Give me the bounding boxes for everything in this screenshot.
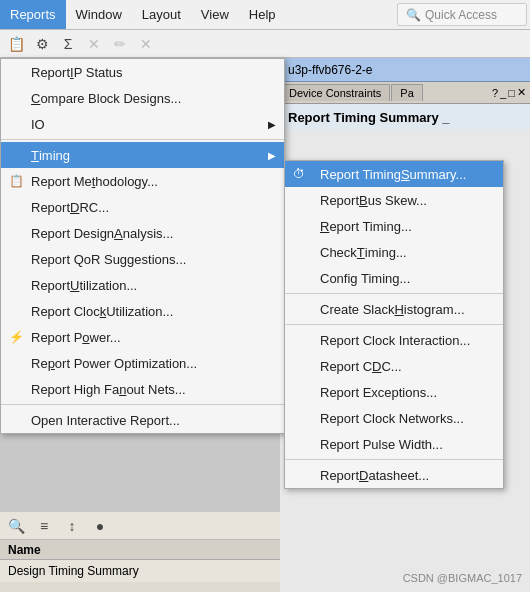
- toolbar-clipboard-btn[interactable]: 📋: [4, 33, 28, 55]
- report-timing-label: Report Timing Summary _: [280, 104, 530, 131]
- bottom-list-btn[interactable]: ≡: [32, 515, 56, 537]
- content-area: u3p-ffvb676-2-e Device Constraints Pa ? …: [0, 58, 530, 592]
- methodology-icon: 📋: [9, 174, 24, 188]
- bg-minimize-icon[interactable]: _: [500, 87, 506, 99]
- menu-item-report-utilization[interactable]: Report Utilization...: [1, 272, 284, 298]
- submenu-sep1: [285, 293, 503, 294]
- bg-close-icon[interactable]: ✕: [517, 86, 526, 99]
- submenu-report-exceptions[interactable]: Report Exceptions...: [285, 379, 503, 405]
- submenu-report-datasheet[interactable]: Report Datasheet...: [285, 462, 503, 488]
- timing-submenu: ⏱ Report Timing Summary... Report Bus Sk…: [284, 160, 504, 489]
- menu-view[interactable]: View: [191, 0, 239, 29]
- submenu-report-clock-interaction[interactable]: Report Clock Interaction...: [285, 327, 503, 353]
- menu-help[interactable]: Help: [239, 0, 286, 29]
- menu-window[interactable]: Window: [66, 0, 132, 29]
- menu-item-report-design-analysis[interactable]: Report Design Analysis...: [1, 220, 284, 246]
- tab-device-constraints[interactable]: Device Constraints: [280, 84, 390, 101]
- toolbar-edit-btn[interactable]: ✏: [108, 33, 132, 55]
- bottom-search-btn[interactable]: 🔍: [4, 515, 28, 537]
- separator1: [1, 139, 284, 140]
- menu-item-open-interactive-report[interactable]: Open Interactive Report...: [1, 407, 284, 433]
- submenu-report-timing-summary[interactable]: ⏱ Report Timing Summary...: [285, 161, 503, 187]
- tab-pa[interactable]: Pa: [391, 84, 422, 101]
- bottom-dot-btn[interactable]: ●: [88, 515, 112, 537]
- submenu-report-timing[interactable]: Report Timing...: [285, 213, 503, 239]
- submenu-report-pulse-width[interactable]: Report Pulse Width...: [285, 431, 503, 457]
- device-bar: u3p-ffvb676-2-e: [280, 58, 530, 82]
- bg-restore-icon[interactable]: □: [508, 87, 515, 99]
- menu-reports[interactable]: Reports: [0, 0, 66, 29]
- toolbar-sum-btn[interactable]: Σ: [56, 33, 80, 55]
- toolbar-x-btn[interactable]: ✕: [82, 33, 106, 55]
- quick-access-box[interactable]: 🔍 Quick Access: [397, 3, 527, 26]
- submenu-create-slack-histogram[interactable]: Create Slack Histogram...: [285, 296, 503, 322]
- separator2: [1, 404, 284, 405]
- menu-item-io[interactable]: IO: [1, 111, 284, 137]
- toolbar-settings-btn[interactable]: ⚙: [30, 33, 54, 55]
- menu-item-report-methodology[interactable]: 📋 Report Methodology...: [1, 168, 284, 194]
- menu-item-report-ip-status[interactable]: Report IP Status: [1, 59, 284, 85]
- menu-item-report-power[interactable]: ⚡ Report Power...: [1, 324, 284, 350]
- reports-dropdown: Report IP Status Compare Block Designs..…: [0, 58, 285, 434]
- toolbar-close-btn[interactable]: ✕: [134, 33, 158, 55]
- menu-bar: Reports Window Layout View Help 🔍 Quick …: [0, 0, 530, 30]
- submenu-check-timing[interactable]: Check Timing...: [285, 239, 503, 265]
- menu-layout[interactable]: Layout: [132, 0, 191, 29]
- menu-item-report-clock-utilization[interactable]: Report Clock Utilization...: [1, 298, 284, 324]
- bg-help-icon[interactable]: ?: [492, 87, 498, 99]
- submenu-sep3: [285, 459, 503, 460]
- watermark: CSDN @BIGMAC_1017: [403, 572, 522, 584]
- submenu-report-bus-skew[interactable]: Report Bus Skew...: [285, 187, 503, 213]
- menu-item-report-drc[interactable]: Report DRC...: [1, 194, 284, 220]
- toolbar2: 📋 ⚙ Σ ✕ ✏ ✕: [0, 30, 530, 58]
- menu-item-compare-block-designs[interactable]: Compare Block Designs...: [1, 85, 284, 111]
- menu-item-timing[interactable]: Timing: [1, 142, 284, 168]
- menu-item-report-qor-suggestions[interactable]: Report QoR Suggestions...: [1, 246, 284, 272]
- submenu-report-cdc[interactable]: Report CDC...: [285, 353, 503, 379]
- menu-item-report-high-fanout[interactable]: Report High Fanout Nets...: [1, 376, 284, 402]
- submenu-report-clock-networks[interactable]: Report Clock Networks...: [285, 405, 503, 431]
- clock-icon: ⏱: [293, 167, 305, 181]
- submenu-sep2: [285, 324, 503, 325]
- menu-item-report-power-optimization[interactable]: Report Power Optimization...: [1, 350, 284, 376]
- submenu-config-timing[interactable]: Config Timing...: [285, 265, 503, 291]
- power-icon: ⚡: [9, 330, 24, 344]
- bottom-sort-btn[interactable]: ↕: [60, 515, 84, 537]
- search-icon: 🔍: [406, 8, 421, 22]
